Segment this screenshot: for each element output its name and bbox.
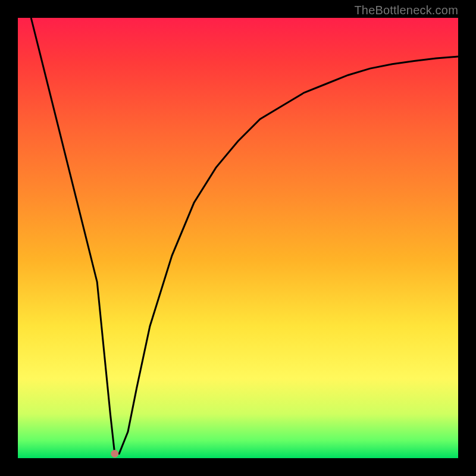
chart-overlay	[18, 18, 458, 458]
chart-container: TheBottleneck.com	[0, 0, 476, 476]
watermark-text: TheBottleneck.com	[354, 4, 458, 17]
minimum-marker	[111, 450, 118, 458]
data-curve	[31, 18, 458, 454]
